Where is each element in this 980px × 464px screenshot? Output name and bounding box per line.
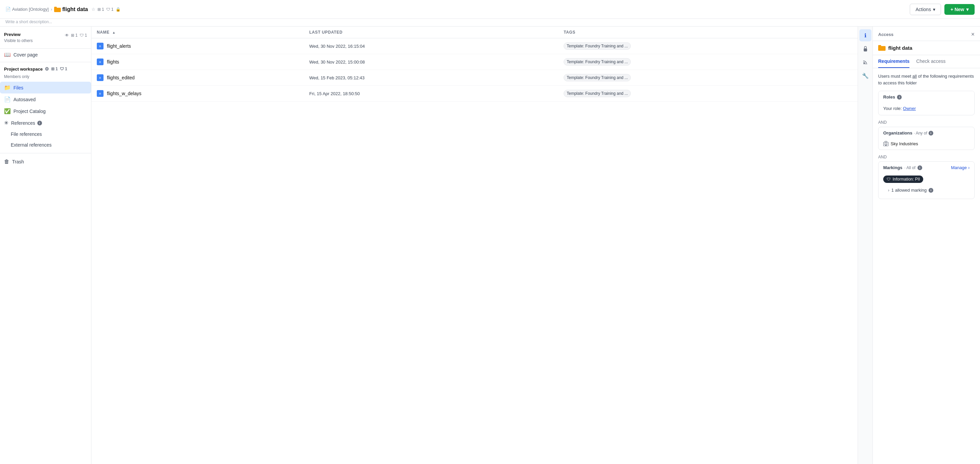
- new-chevron-icon: ▾: [966, 7, 969, 12]
- sidebar: Preview 👁 ⊞ 1 🛡 1 Visible to others 📖 Co…: [0, 27, 91, 464]
- org-header: Organizations · Any of i: [878, 127, 974, 139]
- org-title: Organizations: [883, 131, 912, 136]
- org-info-icon[interactable]: i: [929, 131, 933, 136]
- manage-link[interactable]: Manage ›: [951, 165, 970, 170]
- svg-rect-2: [864, 48, 867, 51]
- grid-preview-icon: ⊞ 1: [71, 33, 78, 38]
- svg-rect-9: [885, 145, 886, 146]
- right-sidebar-icons: ℹ 🔧: [858, 27, 872, 464]
- new-label: + New: [950, 7, 964, 12]
- tags-cell: Template: Foundry Training and ...: [558, 70, 858, 86]
- organizations-section: Organizations · Any of i: [878, 127, 975, 150]
- sidebar-item-file-references[interactable]: File references: [0, 129, 91, 140]
- folder-icon: [54, 7, 61, 12]
- header-subtitle-row: Write a short description...: [0, 19, 980, 27]
- roles-info-icon[interactable]: i: [897, 95, 902, 99]
- workspace-grid-icon: ⊞ 1: [51, 67, 58, 71]
- svg-rect-8: [886, 144, 887, 145]
- file-name: flights: [107, 59, 119, 65]
- project-workspace-header: Project workspace ⚙ ⊞ 1 🛡 1: [0, 64, 91, 74]
- trash-icon: 🗑: [4, 159, 10, 165]
- breadcrumb-flight-data[interactable]: flight data: [54, 6, 88, 13]
- breadcrumb-aviation[interactable]: 📄 Aviation [Ontology]: [5, 7, 49, 12]
- owner-link[interactable]: Owner: [903, 106, 916, 111]
- file-table: NAME ▲ LAST UPDATED TAGS: [91, 27, 858, 102]
- folder-nav-icon: 📁: [4, 85, 11, 91]
- markings-title-group: Markings · All of i: [883, 165, 922, 170]
- sidebar-item-trash[interactable]: 🗑 Trash: [0, 156, 91, 167]
- tag-pill: Template: Foundry Training and ...: [563, 58, 631, 65]
- dataset-icon: ≡: [97, 59, 103, 65]
- panel-icon-info[interactable]: ℹ: [859, 29, 872, 41]
- file-name-cell: ≡ flights_edited: [97, 74, 298, 81]
- table-row[interactable]: ≡ flights_w_delays Fri, 15 Apr 2022, 18:…: [91, 86, 858, 102]
- references-label: References: [11, 120, 35, 126]
- dataset-icon: ≡: [97, 90, 103, 97]
- sidebar-item-project-catalog[interactable]: ✅ Project Catalog: [0, 105, 91, 117]
- check-circle-icon: ✅: [4, 108, 11, 114]
- tag-pill: Template: Foundry Training and ...: [563, 42, 631, 50]
- references-info-icon[interactable]: i: [37, 121, 42, 125]
- panel-header: Access ×: [873, 27, 980, 41]
- tag-pill: Template: Foundry Training and ...: [563, 74, 631, 81]
- description-text[interactable]: Write a short description...: [5, 19, 52, 24]
- tab-requirements[interactable]: Requirements: [878, 55, 909, 68]
- org-subtitle: · Any of: [914, 131, 927, 136]
- doc-icon: 📄: [4, 96, 11, 102]
- svg-rect-1: [54, 7, 57, 8]
- breadcrumb-separator: ›: [51, 7, 52, 12]
- last-updated-cell: Wed, 15 Feb 2023, 05:12:43: [304, 70, 558, 86]
- last-updated-cell: Wed, 30 Nov 2022, 16:15:04: [304, 38, 558, 54]
- tags-cell: Template: Foundry Training and ...: [558, 54, 858, 70]
- sidebar-item-cover-page[interactable]: 📖 Cover page: [0, 49, 91, 61]
- col-tags: TAGS: [558, 27, 858, 38]
- svg-rect-5: [878, 45, 881, 47]
- manage-chevron-icon: ›: [968, 165, 970, 170]
- book-icon: 📖: [4, 51, 11, 58]
- file-name-cell: ≡ flights_w_delays: [97, 90, 298, 97]
- actions-button[interactable]: Actions ▾: [910, 4, 941, 15]
- gear-icon[interactable]: ⚙: [45, 66, 49, 72]
- sidebar-item-external-references[interactable]: External references: [0, 140, 91, 150]
- roles-header: Roles i: [878, 91, 974, 103]
- svg-point-3: [863, 63, 865, 64]
- col-name[interactable]: NAME ▲: [91, 27, 304, 38]
- markings-body: 🛡 Information: PII › 1 allowed marking i: [878, 174, 974, 199]
- shield-pii-icon: 🛡: [886, 177, 891, 182]
- allowed-marking-row[interactable]: › 1 allowed marking i: [883, 186, 970, 195]
- file-name-cell: ≡ flights: [97, 59, 298, 65]
- header-left: 📄 Aviation [Ontology] › flight data ☆ ⊞ …: [5, 6, 910, 13]
- panel-icon-rss[interactable]: [859, 56, 872, 68]
- trash-label: Trash: [12, 159, 24, 164]
- preview-section: Preview 👁 ⊞ 1 🛡 1 Visible to others: [0, 27, 91, 49]
- sidebar-item-autosaved[interactable]: 📄 Autosaved: [0, 94, 91, 105]
- preview-icons: 👁 ⊞ 1 🛡 1: [65, 33, 87, 38]
- panel-icon-wrench[interactable]: 🔧: [859, 70, 872, 82]
- markings-subtitle: · All of: [904, 166, 915, 170]
- actions-chevron-icon: ▾: [933, 7, 935, 12]
- tag-pill: Template: Foundry Training and ...: [563, 90, 631, 97]
- app-header: 📄 Aviation [Ontology] › flight data ☆ ⊞ …: [0, 0, 980, 19]
- tab-check-access[interactable]: Check access: [916, 55, 945, 68]
- main-content: NAME ▲ LAST UPDATED TAGS: [91, 27, 980, 464]
- header-actions: Actions ▾ + New ▾: [910, 4, 975, 15]
- sidebar-item-files[interactable]: 📁 Files: [0, 82, 91, 94]
- table-row[interactable]: ≡ flights Wed, 30 Nov 2022, 15:00:08 Tem…: [91, 54, 858, 70]
- star-icon[interactable]: ☆: [91, 7, 95, 12]
- and-label-1: AND: [878, 118, 975, 127]
- grid-badge-icon: ⊞ 1: [97, 7, 104, 12]
- markings-header: Markings · All of i Manage ›: [878, 162, 974, 174]
- markings-info-icon[interactable]: i: [918, 166, 922, 170]
- allowed-marking-info-icon[interactable]: i: [929, 188, 933, 193]
- file-name: flight_alerts: [107, 43, 131, 49]
- last-updated-cell: Fri, 15 Apr 2022, 18:50:50: [304, 86, 558, 102]
- sidebar-item-references[interactable]: ✳ References i: [0, 117, 91, 129]
- table-row[interactable]: ≡ flight_alerts Wed, 30 Nov 2022, 16:15:…: [91, 38, 858, 54]
- new-button[interactable]: + New ▾: [944, 4, 975, 15]
- autosaved-label: Autosaved: [13, 97, 36, 102]
- panel-icon-lock[interactable]: [859, 43, 872, 55]
- table-row[interactable]: ≡ flights_edited Wed, 15 Feb 2023, 05:12…: [91, 70, 858, 86]
- panel-close-button[interactable]: ×: [971, 31, 975, 37]
- files-label: Files: [13, 85, 24, 91]
- breadcrumb: 📄 Aviation [Ontology] › flight data ☆ ⊞ …: [5, 6, 121, 13]
